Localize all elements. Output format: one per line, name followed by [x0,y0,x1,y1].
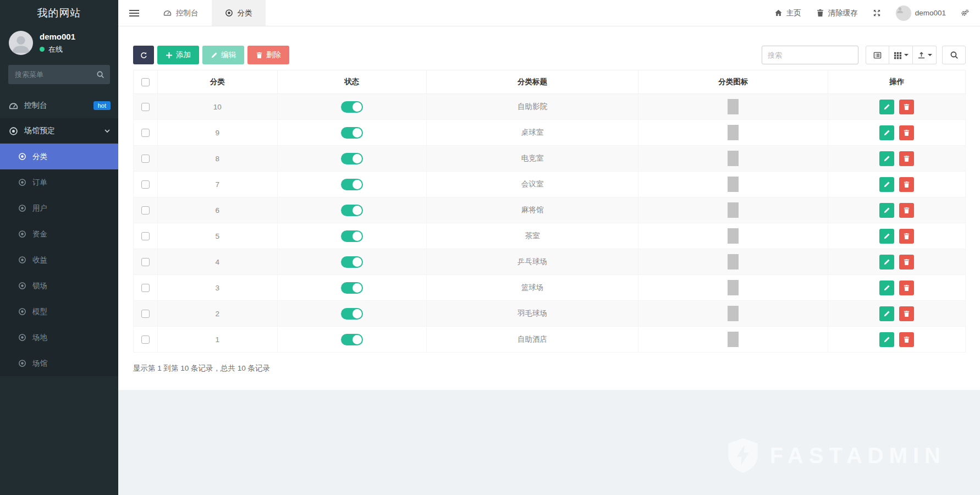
status-toggle[interactable] [341,127,363,139]
category-title-cell: 羽毛球场 [426,301,638,327]
person-icon [896,6,904,14]
tab-category[interactable]: 分类 [212,0,266,26]
status-toggle[interactable] [341,205,363,216]
status-toggle[interactable] [341,256,363,268]
search-toggle-button[interactable] [942,46,966,64]
sidebar-submenu-item[interactable]: 分类 [0,144,118,169]
toggle-knob-icon [353,102,362,112]
sidebar-submenu-item[interactable]: 资金 [0,221,118,247]
sidebar-submenu-label: 订单 [32,178,47,188]
row-checkbox[interactable] [141,155,150,163]
trash-icon [903,129,910,136]
row-checkbox[interactable] [141,284,150,292]
sidebar-submenu-label: 用户 [32,204,47,213]
sidebar-submenu-item[interactable]: 场地 [0,324,118,350]
fullscreen-button[interactable] [873,9,881,17]
row-edit-button[interactable] [879,280,894,295]
dot-circle-icon [9,127,18,136]
row-edit-button[interactable] [879,229,894,244]
row-delete-button[interactable] [899,332,914,347]
sidebar-submenu-label: 场地 [32,333,47,343]
row-delete-button[interactable] [899,280,914,295]
row-checkbox[interactable] [141,336,150,344]
topbar-right: 主页 清除缓存 demo001 [774,0,980,26]
category-icon-placeholder [728,151,739,166]
sidebar-submenu-label: 模型 [32,307,47,317]
status-toggle[interactable] [341,101,363,113]
export-button[interactable] [913,46,937,64]
dot-circle-icon [18,178,26,186]
topbar-username: demo001 [915,9,946,17]
topbar: 控制台 分类 主页 清除缓存 [118,0,980,26]
add-button[interactable]: 添加 [157,46,199,64]
row-checkbox[interactable] [141,258,150,266]
dot-circle-icon [18,333,26,342]
row-delete-button[interactable] [899,177,914,192]
table-row: 6 麻将馆 [134,197,966,223]
dot-circle-icon [225,9,233,17]
toggle-knob-icon [353,257,362,267]
status-toggle[interactable] [341,230,363,242]
row-checkbox[interactable] [141,310,150,318]
row-edit-button[interactable] [879,125,894,140]
row-delete-button[interactable] [899,151,914,166]
topbar-user-menu[interactable]: demo001 [896,6,946,21]
hamburger-menu-icon[interactable] [118,0,150,26]
edit-button[interactable]: 编辑 [202,46,244,64]
settings-button[interactable] [961,9,969,17]
sidebar-submenu-label: 场馆 [32,359,47,369]
row-checkbox[interactable] [141,103,150,111]
sidebar-submenu-item[interactable]: 用户 [0,195,118,221]
row-edit-button[interactable] [879,100,894,114]
sidebar-submenu-item[interactable]: 模型 [0,299,118,324]
row-checkbox[interactable] [141,180,150,189]
app-window: 我的网站 demo001 在线 控制台 hot [0,0,980,495]
add-label: 添加 [176,50,191,60]
tab-label: 分类 [238,8,252,18]
row-checkbox[interactable] [141,232,150,240]
toggle-pagination-button[interactable] [866,46,889,64]
select-all-checkbox[interactable] [141,78,150,86]
row-delete-button[interactable] [899,125,914,140]
table-search-input[interactable] [762,46,858,64]
row-edit-button[interactable] [879,255,894,270]
row-edit-button[interactable] [879,177,894,192]
dot-circle-icon [18,282,26,290]
expand-icon [873,9,881,17]
refresh-button[interactable] [133,46,154,64]
columns-button[interactable] [889,46,913,64]
sidebar-item-venue-booking[interactable]: 场馆预定 [0,118,118,144]
row-delete-button[interactable] [899,203,914,218]
sidebar-submenu-item[interactable]: 订单 [0,169,118,195]
clear-cache-link[interactable]: 清除缓存 [816,8,858,18]
row-edit-button[interactable] [879,151,894,166]
status-toggle[interactable] [341,153,363,164]
row-edit-button[interactable] [879,306,894,321]
row-delete-button[interactable] [899,255,914,270]
row-edit-button[interactable] [879,332,894,347]
delete-button[interactable]: 删除 [247,46,289,64]
sidebar-search-input[interactable] [8,65,110,84]
category-icon-placeholder [728,177,739,192]
row-delete-button[interactable] [899,100,914,114]
sidebar-submenu-item[interactable]: 锁场 [0,273,118,299]
trash-icon [256,52,263,59]
row-edit-button[interactable] [879,203,894,218]
plus-icon [166,52,173,59]
home-link[interactable]: 主页 [774,8,801,18]
status-toggle[interactable] [341,282,363,294]
row-checkbox[interactable] [141,206,150,215]
row-checkbox[interactable] [141,129,150,137]
sidebar-submenu-item[interactable]: 场馆 [0,350,118,376]
status-toggle[interactable] [341,334,363,345]
sidebar-item-dashboard[interactable]: 控制台 hot [0,93,118,118]
dot-circle-icon [18,359,26,367]
tab-dashboard[interactable]: 控制台 [150,0,212,26]
status-toggle[interactable] [341,179,363,190]
chevron-down-icon [104,128,111,134]
row-delete-button[interactable] [899,306,914,321]
status-toggle[interactable] [341,308,363,320]
refresh-icon [140,52,147,59]
row-delete-button[interactable] [899,229,914,244]
sidebar-submenu-item[interactable]: 收益 [0,247,118,273]
